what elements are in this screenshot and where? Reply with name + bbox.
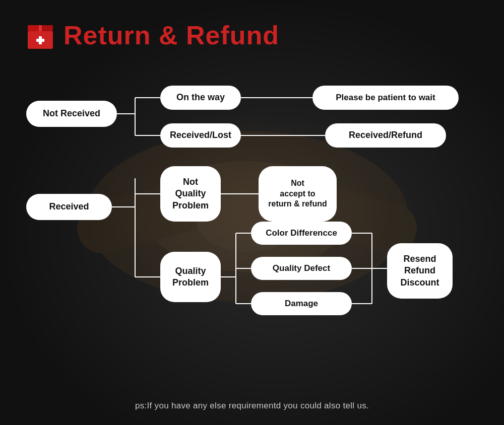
- resend-refund-box: Resend Refund Discount: [387, 243, 453, 299]
- on-the-way-box: On the way: [160, 86, 241, 110]
- received-lost-box: Received/Lost: [160, 123, 241, 148]
- not-quality-problem-box: Not Quality Problem: [160, 166, 221, 222]
- package-icon: [25, 20, 55, 50]
- not-received-box: Not Received: [26, 101, 117, 127]
- color-difference-box: Color Differencce: [251, 222, 352, 245]
- quality-defect-box: Quality Defect: [251, 257, 352, 280]
- not-accept-box: Not accept to return & refund: [259, 166, 337, 222]
- diagram: Not Received On the way Received/Lost Pl…: [0, 73, 504, 395]
- svg-rect-8: [36, 39, 44, 42]
- received-box: Received: [26, 194, 112, 220]
- damage-box: Damage: [251, 292, 352, 315]
- please-wait-box: Please be patient to wait: [312, 86, 459, 110]
- svg-rect-6: [39, 25, 42, 31]
- footer-note: ps:If you have any else requirementd you…: [0, 401, 504, 411]
- quality-problem-box: Quality Problem: [160, 252, 221, 302]
- header: Return & Refund: [0, 0, 504, 60]
- page-title: Return & Refund: [64, 20, 279, 50]
- received-refund-box: Received/Refund: [325, 123, 446, 148]
